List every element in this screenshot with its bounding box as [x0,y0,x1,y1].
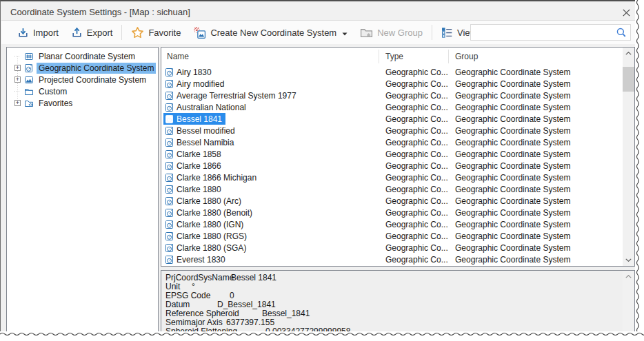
expand-plus-icon[interactable]: + [14,100,21,106]
column-separator[interactable] [379,50,379,63]
favorite-button[interactable]: Favorite [125,23,187,41]
row-group-cell: Geographic Coordinate System [455,91,570,101]
scroll-up-icon[interactable] [623,48,634,59]
toolbar-separator [121,25,122,40]
chevron-down-icon[interactable] [342,28,348,38]
list-row[interactable]: Bessel 1841Geographic Co...Geographic Co… [161,113,623,125]
row-name-cell[interactable]: Clarke 1858 [163,148,225,160]
row-type-cell: Geographic Co... [385,68,448,77]
row-type-cell: Geographic Co... [385,161,448,171]
column-header-group[interactable]: Group [455,52,478,61]
import-button[interactable]: Import [11,23,65,41]
export-button[interactable]: Export [65,23,119,41]
expand-plus-icon[interactable]: + [14,76,21,83]
coordinate-system-list-panel: Name Type Group Airy 1830Geographic Co..… [161,47,635,267]
geographic-coordinate-icon [165,149,174,159]
row-name-label: Clarke 1858 [177,149,221,159]
new-group-label: New Group [377,28,423,38]
row-name-cell[interactable]: Clarke 1880 (Arc) [163,195,245,207]
sidebar-item-label: Planar Coordinate System [37,51,137,62]
list-row[interactable]: Everest 1830Geographic Co...Geographic C… [161,254,623,265]
list-vertical-scrollbar[interactable] [623,48,634,266]
detail-label: Reference Spheroid [165,309,239,318]
row-name-cell[interactable]: Bessel modified [163,125,239,136]
details-vertical-scrollbar[interactable] [623,271,634,338]
column-separator[interactable] [448,50,449,63]
list-row[interactable]: Australian NationalGeographic Co...Geogr… [161,101,623,113]
row-name-cell[interactable]: Airy modified [163,78,228,90]
sidebar-item[interactable]: +Favorites [7,97,158,109]
list-row[interactable]: Clarke 1880 (IGN)Geographic Co...Geograp… [161,218,623,230]
import-icon [17,27,29,39]
expand-plus-icon[interactable]: + [14,65,21,71]
list-row[interactable]: Average Terrestrial System 1977Geographi… [161,90,623,101]
list-row[interactable]: Bessel modifiedGeographic Co...Geographi… [161,125,623,136]
list-row[interactable]: Clarke 1880Geographic Co...Geographic Co… [161,183,623,195]
search-input[interactable] [471,25,616,39]
geographic-coordinate-icon [165,185,174,194]
list-row[interactable]: Clarke 1866Geographic Co...Geographic Co… [161,160,623,172]
sidebar-item[interactable]: Custom [7,85,158,97]
favorites-folder-icon [23,98,34,108]
detail-value: ° [192,282,195,291]
sidebar-item[interactable]: Planar Coordinate System [7,50,158,62]
row-name-cell[interactable]: Clarke 1880 [163,183,225,195]
detail-value: 6377397.155 [226,318,274,327]
geographic-coordinate-icon [165,208,174,218]
row-type-cell: Geographic Co... [385,149,448,159]
sidebar-item-label: Custom [37,86,69,97]
list-row[interactable]: Clarke 1880 (Benoit)Geographic Co...Geog… [161,207,623,218]
row-group-cell: Geographic Coordinate System [455,196,570,206]
close-button[interactable] [620,6,632,19]
row-name-label: Bessel 1841 [177,114,222,124]
sidebar-item[interactable]: +Projected Coordinate System [7,74,158,85]
row-name-cell[interactable]: Clarke 1866 Michigan [163,172,260,183]
list-row[interactable]: Airy modifiedGeographic Co...Geographic … [161,78,623,90]
create-new-coordinate-system-button[interactable]: Create New Coordinate System [187,23,354,41]
new-group-icon [360,26,373,39]
row-name-cell[interactable]: Average Terrestrial System 1977 [163,90,300,101]
row-type-cell: Geographic Co... [385,255,448,265]
list-row[interactable]: Airy 1830Geographic Co...Geographic Coor… [161,66,623,78]
row-name-cell[interactable]: Bessel 1841 [163,113,225,125]
list-row[interactable]: Clarke 1880 (SGA)Geographic Co...Geograp… [161,242,623,254]
detail-value: 0 [230,291,234,300]
row-name-cell[interactable]: Everest 1830 [163,254,229,265]
row-name-cell[interactable]: Clarke 1866 [163,160,225,172]
detail-row: EPSG Code0 [165,291,621,300]
list-row[interactable]: Clarke 1880 (Arc)Geographic Co...Geograp… [161,195,623,207]
detail-row: Spheroid Flattening0.00334277299999958 [165,327,621,335]
geographic-coordinate-icon [165,255,174,265]
search-icon[interactable] [616,27,627,39]
row-name-label: Airy modified [177,79,224,89]
column-header-name[interactable]: Name [167,52,189,61]
scroll-up-icon[interactable] [623,271,634,282]
column-header-type[interactable]: Type [385,52,403,61]
list-row[interactable]: Bessel NamibiaGeographic Co...Geographic… [161,136,623,148]
row-group-cell: Geographic Coordinate System [455,231,570,241]
detail-row: Prime Meridian0 [165,335,621,341]
detail-label: Unit [165,282,180,291]
sidebar-item[interactable]: +Geographic Coordinate System [7,62,158,74]
row-name-cell[interactable]: Clarke 1880 (RGS) [163,230,250,242]
new-group-button[interactable]: New Group [354,23,429,41]
scroll-down-icon[interactable] [623,254,634,266]
row-name-cell[interactable]: Clarke 1880 (IGN) [163,218,247,230]
row-type-cell: Geographic Co... [385,114,448,124]
list-row[interactable]: Clarke 1866 MichiganGeographic Co...Geog… [161,172,623,183]
title-bar: Coordinate System Settings - [Map : sich… [1,3,635,21]
row-name-cell[interactable]: Bessel Namibia [163,136,237,148]
scrollbar-thumb[interactable] [623,67,634,92]
dialog-frame: Coordinate System Settings - [Map : sich… [0,0,636,335]
row-name-label: Bessel modified [177,126,235,136]
row-name-cell[interactable]: Australian National [163,101,250,113]
geographic-coordinate-icon [165,231,174,241]
row-name-cell[interactable]: Airy 1830 [163,66,215,78]
list-row[interactable]: Clarke 1858Geographic Co...Geographic Co… [161,148,623,160]
row-name-label: Clarke 1866 Michigan [177,173,256,183]
list-row[interactable]: Clarke 1880 (RGS)Geographic Co...Geograp… [161,230,623,242]
row-name-cell[interactable]: Clarke 1880 (SGA) [163,242,250,254]
folder-icon [23,86,34,96]
row-group-cell: Geographic Coordinate System [455,173,570,183]
row-name-cell[interactable]: Clarke 1880 (Benoit) [163,207,256,218]
